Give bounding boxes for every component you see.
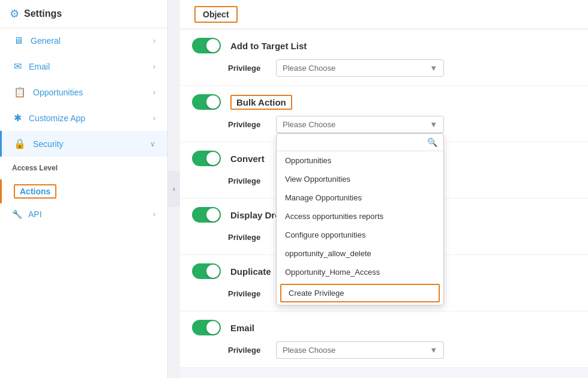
- action-name-email: Email: [230, 323, 254, 333]
- opportunities-icon: 📋: [14, 86, 26, 98]
- dropdown-item-opportunities[interactable]: Opportunities: [277, 151, 443, 170]
- sidebar-item-actions[interactable]: Actions: [0, 179, 167, 203]
- customize-icon: ✱: [14, 112, 22, 124]
- chevron-right-icon: ›: [153, 62, 155, 71]
- gear-icon: ⚙: [10, 7, 19, 20]
- chevron-down-icon: ∨: [150, 140, 155, 148]
- actions-label: Actions: [14, 184, 56, 199]
- dropdown-value: Please Choose: [283, 346, 335, 355]
- dropdown-search-input[interactable]: [283, 138, 427, 147]
- dropdown-arrow-icon: ▼: [430, 346, 437, 355]
- dropdown-arrow-icon: ▼: [430, 64, 437, 73]
- object-header: Object: [180, 0, 588, 29]
- action-email: Email Privilege Please Choose ▼: [180, 311, 588, 368]
- create-privilege-button[interactable]: Create Privilege: [280, 284, 440, 302]
- monitor-icon: 🖥: [14, 35, 23, 46]
- sidebar-header: ⚙ Settings: [0, 0, 167, 28]
- chevron-right-icon: ›: [153, 210, 155, 218]
- dropdown-wrapper-bulk-action: Please Choose ▼ 🔍 Opportunities View Opp…: [276, 116, 444, 133]
- dropdown-item-home-access[interactable]: Opportunity_Home_Access: [277, 263, 443, 281]
- dropdown-item-manage-opportunities[interactable]: Manage Opportunities: [277, 188, 443, 207]
- sidebar-item-opportunities[interactable]: 📋 Opportunities ›: [0, 79, 167, 105]
- toggle-bulk-action[interactable]: [192, 94, 221, 110]
- action-name-convert: Convert: [230, 154, 265, 164]
- dropdown-item-view-opportunities[interactable]: View Opportunities: [277, 170, 443, 188]
- action-add-to-target-list: Add to Target List Privilege Please Choo…: [180, 29, 588, 86]
- sidebar-collapse-toggle[interactable]: ‹: [168, 171, 180, 207]
- privilege-label: Privilege: [228, 120, 276, 129]
- sidebar-item-label: Opportunities: [33, 88, 153, 97]
- action-name-add-to-target-list: Add to Target List: [230, 41, 307, 51]
- api-label: API: [28, 209, 153, 219]
- sidebar-item-security[interactable]: 🔒 Security ∨: [0, 131, 167, 157]
- chevron-right-icon: ›: [153, 88, 155, 97]
- chevron-right-icon: ›: [153, 37, 155, 45]
- sidebar-nav: 🖥 General › ✉ Email › 📋 Opportunities › …: [0, 28, 167, 378]
- privilege-label: Privilege: [228, 346, 276, 355]
- lock-icon: 🔒: [14, 138, 26, 149]
- sidebar-item-label: Security: [33, 139, 150, 149]
- toggle-add-to-target-list[interactable]: [192, 38, 221, 53]
- sidebar-item-general[interactable]: 🖥 General ›: [0, 28, 167, 53]
- search-icon: 🔍: [427, 137, 437, 147]
- sidebar-title: Settings: [24, 8, 62, 19]
- privilege-label: Privilege: [228, 64, 276, 73]
- dropdown-value: Please Choose: [283, 64, 335, 73]
- sidebar-item-label: General: [31, 36, 153, 46]
- email-icon: ✉: [14, 61, 22, 72]
- privilege-label: Privilege: [228, 289, 276, 298]
- dropdown-item-configure-opportunities[interactable]: Configure opportunities: [277, 226, 443, 244]
- toggle-convert[interactable]: [192, 151, 221, 166]
- action-name-duplicate: Duplicate: [230, 266, 271, 277]
- toggle-duplicate[interactable]: [192, 263, 221, 279]
- privilege-label: Privilege: [228, 233, 276, 242]
- sidebar-item-customize-app[interactable]: ✱ Customize App ›: [0, 105, 167, 131]
- privilege-dropdown-bulk-action[interactable]: Please Choose ▼: [276, 116, 444, 133]
- dropdown-item-allow-delete[interactable]: opportunity_allow_delete: [277, 244, 443, 263]
- dropdown-arrow-icon: ▼: [430, 120, 437, 129]
- dropdown-menu-bulk-action: 🔍 Opportunities View Opportunities Manag…: [276, 133, 444, 305]
- dropdown-item-access-reports[interactable]: Access opportunities reports: [277, 207, 443, 226]
- action-bulk-action: Bulk Action Privilege Please Choose ▼ 🔍 …: [180, 86, 588, 142]
- dropdown-search: 🔍: [277, 134, 443, 151]
- chevron-right-icon: ›: [153, 114, 155, 122]
- toggle-display-dropdown[interactable]: [192, 207, 221, 223]
- dropdown-list: Opportunities View Opportunities Manage …: [277, 151, 443, 305]
- privilege-dropdown-email[interactable]: Please Choose ▼: [276, 341, 444, 359]
- sidebar-item-email[interactable]: ✉ Email ›: [0, 53, 167, 79]
- sidebar-item-api[interactable]: 🔧 API ›: [0, 203, 167, 225]
- privilege-dropdown-add-to-target-list[interactable]: Please Choose ▼: [276, 59, 444, 77]
- sidebar-item-label: Customize App: [29, 113, 153, 123]
- access-level-title: Access Level: [12, 164, 155, 172]
- toggle-email[interactable]: [192, 320, 221, 335]
- dropdown-value: Please Choose: [283, 120, 335, 129]
- api-icon: 🔧: [12, 209, 22, 219]
- object-badge: Object: [194, 6, 238, 23]
- sidebar: ⚙ Settings 🖥 General › ✉ Email › 📋 Oppor…: [0, 0, 168, 378]
- main-content: Object Add to Target List Privilege Plea…: [180, 0, 588, 378]
- sidebar-item-label: Email: [29, 62, 153, 71]
- privilege-label: Privilege: [228, 176, 276, 185]
- action-name-bulk-action: Bulk Action: [230, 95, 292, 110]
- access-level-section: Access Level: [0, 157, 167, 179]
